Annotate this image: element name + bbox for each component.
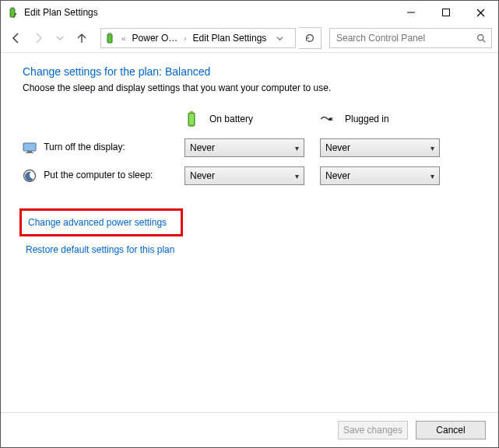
chevron-left-icon: «: [118, 34, 129, 43]
titlebar: Edit Plan Settings: [1, 1, 498, 24]
svg-point-3: [15, 13, 16, 15]
svg-line-12: [483, 40, 485, 42]
svg-point-11: [478, 34, 483, 40]
link-restore-defaults[interactable]: Restore default settings for this plan: [23, 243, 177, 257]
svg-rect-0: [10, 9, 15, 17]
page-title: Change settings for the plan: Balanced: [23, 65, 476, 78]
combo-value: Never: [325, 170, 350, 181]
row-sleep: Put the computer to sleep: Never ▾ Never…: [23, 162, 455, 190]
display-battery-combo[interactable]: Never ▾: [184, 138, 304, 157]
nav-toolbar: « Power O… › Edit Plan Settings: [1, 24, 498, 52]
row-display: Turn off the display: Never ▾ Never ▾: [23, 134, 455, 162]
highlight-annotation: Change advanced power settings: [19, 208, 183, 236]
page-subtitle: Choose the sleep and display settings th…: [23, 82, 476, 93]
column-header-battery: On battery: [209, 114, 253, 124]
content-area: Change settings for the plan: Balanced C…: [1, 53, 498, 412]
power-options-icon: [7, 6, 19, 19]
svg-rect-5: [442, 9, 449, 16]
refresh-button[interactable]: [299, 27, 322, 49]
breadcrumb-segment[interactable]: Power O…: [131, 33, 180, 44]
chevron-down-icon: ▾: [295, 144, 299, 152]
window-title: Edit Plan Settings: [24, 7, 98, 18]
row-label-sleep: Put the computer to sleep:: [44, 170, 153, 180]
display-icon: [23, 141, 37, 155]
close-button[interactable]: [463, 1, 498, 24]
svg-point-16: [329, 117, 332, 121]
maximize-button[interactable]: [428, 1, 463, 24]
svg-rect-19: [26, 152, 33, 153]
breadcrumb-segment[interactable]: Edit Plan Settings: [192, 33, 269, 44]
chevron-down-icon: ▾: [430, 172, 434, 180]
display-plugged-combo[interactable]: Never ▾: [320, 138, 440, 157]
forward-button[interactable]: [29, 29, 47, 47]
minimize-button[interactable]: [393, 1, 428, 24]
search-box[interactable]: [329, 28, 492, 48]
svg-rect-1: [11, 7, 12, 9]
link-advanced-settings[interactable]: Change advanced power settings: [25, 215, 170, 229]
battery-icon: [184, 112, 199, 126]
svg-rect-17: [23, 143, 36, 151]
combo-value: Never: [325, 142, 350, 153]
power-options-icon: [104, 32, 117, 44]
window-controls: [393, 1, 498, 24]
sleep-plugged-combo[interactable]: Never ▾: [320, 166, 440, 185]
chevron-down-icon: ▾: [430, 144, 434, 152]
svg-rect-15: [189, 114, 194, 124]
chevron-right-icon: ›: [181, 34, 189, 43]
combo-value: Never: [190, 142, 215, 153]
back-button[interactable]: [7, 29, 26, 47]
save-button[interactable]: Save changes: [338, 421, 408, 439]
sleep-battery-combo[interactable]: Never ▾: [184, 166, 304, 185]
svg-rect-14: [190, 111, 193, 113]
row-label-display: Turn off the display:: [44, 142, 125, 152]
window: Edit Plan Settings: [0, 0, 499, 448]
svg-rect-8: [107, 34, 112, 43]
svg-rect-18: [27, 151, 32, 152]
search-input[interactable]: [335, 32, 476, 44]
svg-rect-2: [13, 7, 15, 9]
settings-grid: On battery Plugged in: [23, 107, 455, 190]
recent-dropdown-button[interactable]: [51, 29, 69, 47]
address-bar[interactable]: « Power O… › Edit Plan Settings: [100, 28, 296, 48]
cancel-button[interactable]: Cancel: [416, 421, 486, 439]
up-button[interactable]: [72, 29, 91, 47]
address-dropdown-button[interactable]: [276, 35, 292, 42]
svg-rect-10: [111, 33, 112, 34]
search-icon[interactable]: [476, 33, 487, 44]
svg-rect-9: [108, 33, 110, 34]
chevron-down-icon: ▾: [295, 172, 299, 180]
footer: Save changes Cancel: [1, 412, 498, 447]
sleep-icon: [23, 169, 37, 183]
links-section: Change advanced power settings Restore d…: [23, 208, 476, 257]
column-header-plugged: Plugged in: [345, 114, 389, 124]
combo-value: Never: [190, 170, 215, 181]
plug-icon: [320, 112, 334, 126]
